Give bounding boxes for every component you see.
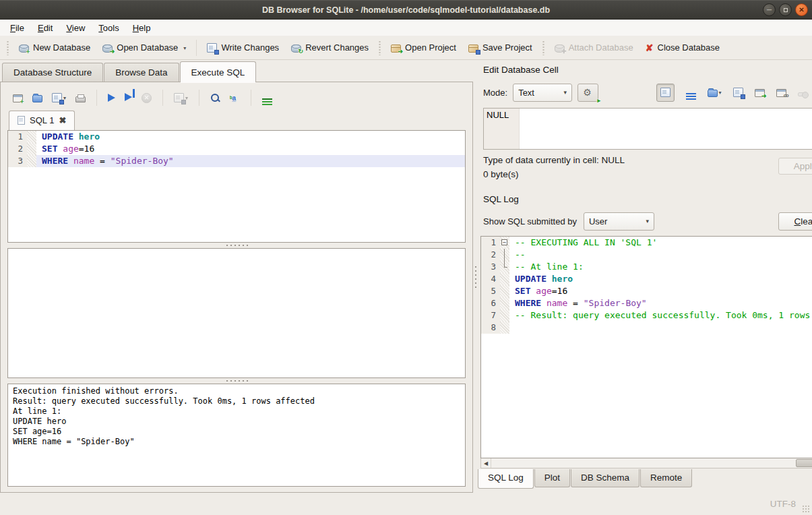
filter-label: Show SQL submitted by — [483, 216, 577, 226]
scrollbar-thumb[interactable] — [796, 459, 812, 467]
code-line: 3-- At line 1: — [481, 261, 812, 273]
results-pane[interactable] — [7, 248, 466, 378]
toolbar-handle — [542, 40, 545, 55]
splitter[interactable] — [7, 378, 466, 384]
maximize-button[interactable] — [779, 3, 792, 16]
open-project-button[interactable]: ➜ Open Project — [385, 39, 462, 56]
left-panel: Database Structure Browse Data Execute S… — [0, 60, 473, 493]
cell-size-info: 0 byte(s) — [483, 169, 625, 179]
minimize-button[interactable]: ─ — [763, 3, 776, 16]
format-code-icon[interactable] — [262, 96, 272, 100]
code-line: 7-- Result: query executed successfully.… — [481, 309, 812, 322]
close-icon[interactable]: ✖ — [59, 115, 66, 125]
new-database-button[interactable]: ＋ New Database — [13, 39, 96, 56]
sql-file-icon — [18, 116, 25, 125]
menu-edit[interactable]: Edit — [32, 21, 59, 35]
cell-value: NULL — [484, 109, 520, 149]
toolbar-handle — [378, 40, 381, 55]
close-database-button[interactable]: ✘ Close Database — [639, 39, 726, 56]
find-replace-icon[interactable] — [210, 93, 220, 103]
export-to-file-icon[interactable] — [733, 88, 743, 97]
code-line: 5SET age=16 — [481, 285, 812, 297]
menu-help[interactable]: Help — [127, 21, 157, 35]
cell-editor[interactable]: NULL — [483, 108, 812, 150]
auto-complete-icon[interactable]: ᵇa̲ — [230, 93, 240, 103]
tab-execute-sql[interactable]: Execute SQL — [180, 61, 257, 82]
tab-browse-data[interactable]: Browse Data — [104, 63, 179, 82]
clear-button[interactable]: Clear — [778, 212, 812, 231]
package-save-icon — [468, 44, 478, 53]
toolbar-handle — [6, 40, 9, 55]
word-wrap-icon[interactable] — [686, 91, 696, 94]
execute-all-icon[interactable] — [108, 94, 115, 102]
splitter[interactable] — [7, 243, 466, 248]
database-plus-icon: ＋ — [19, 44, 29, 53]
revert-changes-button[interactable]: ↻ Revert Changes — [285, 39, 375, 56]
horizontal-scrollbar[interactable]: ◀ ▶ — [480, 458, 812, 468]
apply-button: Apply — [778, 158, 812, 175]
resize-grip[interactable] — [802, 505, 810, 513]
main-toolbar: ＋ New Database ➜ Open Database ▾ Write C… — [0, 36, 812, 60]
code-line: 4UPDATE hero — [481, 273, 812, 285]
tab-database-structure[interactable]: Database Structure — [2, 63, 103, 82]
mode-label: Mode: — [483, 88, 507, 98]
submitter-select[interactable]: User ▾ — [584, 212, 654, 231]
menu-file[interactable]: File — [4, 21, 30, 35]
sql-doc-tab[interactable]: SQL 1 ✖ — [9, 111, 75, 130]
mode-select[interactable]: Text ▾ — [513, 84, 572, 102]
code-line: 8 — [481, 322, 812, 334]
execute-sql-panel: ＋ ▾ ✕ ▾ ᵇa̲ — [0, 82, 473, 493]
tab-remote[interactable]: Remote — [640, 469, 692, 487]
sql-log-header: SQL Log ✕ — [478, 191, 812, 206]
red-x-icon: ✘ — [646, 43, 654, 53]
code-line: 2SET age=16 — [8, 143, 465, 155]
copy-cell-link-icon[interactable]: oo — [776, 88, 786, 97]
set-null-icon — [798, 89, 808, 96]
code-line: 3WHERE name = "Spider-Boy" — [8, 155, 465, 167]
encoding-label: UTF-8 — [770, 499, 796, 509]
execution-message-pane[interactable]: Execution finished without errors.Result… — [7, 384, 466, 487]
save-project-button[interactable]: Save Project — [462, 39, 538, 56]
open-sql-file-icon[interactable] — [32, 93, 42, 102]
sql-log-title: SQL Log — [483, 194, 519, 204]
sql-tab-label: SQL 1 — [30, 115, 54, 125]
attach-database-button: ✚ Attach Database — [549, 39, 639, 56]
database-open-icon: ➜ — [102, 44, 113, 53]
print-icon[interactable] — [75, 94, 86, 102]
tab-sql-log[interactable]: SQL Log — [478, 469, 534, 489]
save-sql-file-icon[interactable]: ▾ — [52, 93, 66, 102]
right-panel: Edit Database Cell ✕ Mode: Text ▾ ⚙▸ ▾ — [478, 60, 812, 493]
tab-db-schema[interactable]: DB Schema — [571, 469, 639, 487]
apply-settings-icon[interactable]: ⚙▸ — [577, 84, 598, 102]
close-button[interactable]: ✕ — [795, 3, 808, 16]
menu-view[interactable]: View — [60, 21, 91, 35]
menubar: File Edit View Tools Help — [0, 20, 812, 36]
scroll-left-icon[interactable]: ◀ — [481, 458, 491, 468]
new-tab-icon[interactable]: ＋ — [13, 93, 23, 102]
bottom-tabbar: SQL Log Plot DB Schema Remote — [478, 468, 812, 493]
titlebar[interactable]: DB Browser for SQLite - /home/user/code/… — [0, 0, 812, 20]
app-window: DB Browser for SQLite - /home/user/code/… — [0, 0, 812, 515]
tab-plot[interactable]: Plot — [534, 469, 570, 487]
sql-log-view[interactable]: 1−-- EXECUTING ALL IN 'SQL 1'2--3-- At l… — [480, 236, 812, 458]
edit-cell-title: Edit Database Cell — [483, 65, 559, 75]
open-database-button[interactable]: ➜ Open Database ▾ — [96, 39, 192, 56]
edit-cell-toolbar: Mode: Text ▾ ⚙▸ ▾ ➜ oo — [478, 77, 812, 108]
cell-info: Type of data currently in cell: NULL 0 b… — [478, 150, 812, 191]
panel-splitter[interactable] — [473, 60, 478, 493]
main-tabbar: Database Structure Browse Data Execute S… — [0, 60, 473, 82]
sql-editor[interactable]: 1UPDATE hero2SET age=163WHERE name = "Sp… — [7, 130, 466, 243]
open-in-external-app-icon[interactable]: ➜ — [755, 88, 765, 97]
execute-current-line-icon[interactable] — [125, 93, 132, 103]
page-save-icon — [207, 43, 217, 53]
import-from-file-icon[interactable]: ▾ — [708, 88, 722, 97]
code-line: 2-- — [481, 249, 812, 261]
text-view-icon[interactable] — [656, 84, 675, 102]
fold-collapse-icon[interactable]: − — [501, 239, 507, 245]
code-line: 1−-- EXECUTING ALL IN 'SQL 1' — [481, 237, 812, 249]
dropdown-caret-icon: ▾ — [183, 45, 186, 53]
code-line: 6WHERE name = "Spider-Boy" — [481, 297, 812, 309]
chevron-down-icon: ▾ — [646, 218, 649, 224]
menu-tools[interactable]: Tools — [92, 21, 125, 35]
write-changes-button[interactable]: Write Changes — [201, 39, 285, 56]
